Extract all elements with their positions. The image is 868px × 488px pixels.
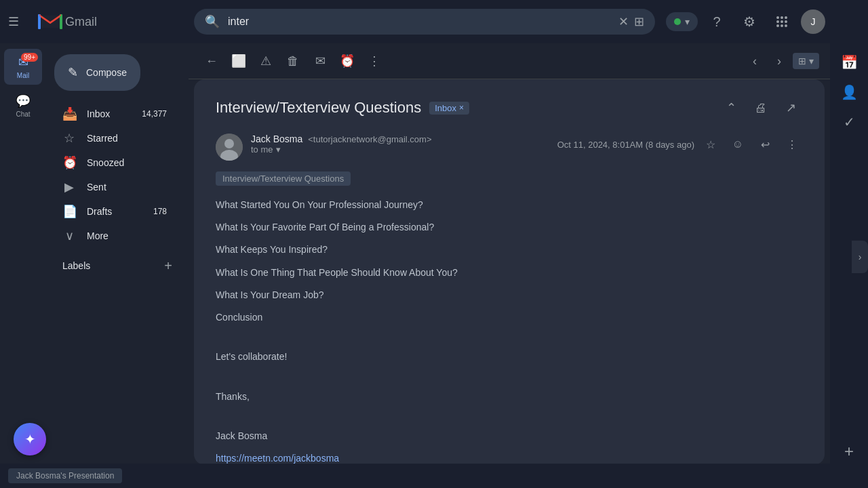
compose-button[interactable]: ✎ Compose xyxy=(54,54,140,91)
labels-section: Labels + xyxy=(46,248,189,278)
spam-icon: ⚠ xyxy=(260,54,271,68)
right-sidebar-contacts-button[interactable]: 👤 xyxy=(835,79,863,106)
sidebar-item-chat[interactable]: 💬 Chat xyxy=(4,87,42,123)
mark-icon: ✉ xyxy=(315,54,326,68)
inbox-label: Inbox xyxy=(87,108,110,119)
sidebar-item-snoozed[interactable]: ⏰ Snoozed xyxy=(46,150,178,175)
settings-icon: ⚙ xyxy=(743,14,755,30)
starred-icon: ☆ xyxy=(62,131,76,146)
spam-button[interactable]: ⚠ xyxy=(254,49,278,73)
delete-icon: 🗑 xyxy=(287,54,299,68)
email-view: Interview/Texterview Questions Inbox × ⌃… xyxy=(194,79,825,465)
open-in-new-button[interactable]: ↗ xyxy=(778,96,803,120)
body-line-2: What Is Your Favorite Part Of Being a Pr… xyxy=(216,219,803,236)
gmail-logo-icon xyxy=(38,12,62,31)
inbox-count: 14,377 xyxy=(142,109,167,119)
right-sidebar-calendar-button[interactable]: 📅 xyxy=(835,49,863,76)
star-message-button[interactable]: ☆ xyxy=(700,134,722,155)
right-sidebar-add-button[interactable]: + xyxy=(835,438,863,465)
collapse-button[interactable]: ⌃ xyxy=(719,96,743,120)
snooze-icon: ⏰ xyxy=(340,54,355,68)
body-link1[interactable]: https://meetn.com/jackbosma xyxy=(216,453,339,464)
svg-point-12 xyxy=(224,139,234,148)
to-chevron-icon: ▾ xyxy=(276,144,281,155)
snooze-button[interactable]: ⏰ xyxy=(335,49,359,73)
svg-point-10 xyxy=(785,24,787,27)
taskbar-presentation-item[interactable]: Jack Bosma's Presentation xyxy=(8,468,122,483)
menu-button[interactable]: ☰ xyxy=(0,8,27,35)
main-content: ← ⬜ ⚠ 🗑 ✉ ⏰ ⋮ ‹ xyxy=(189,43,830,470)
svg-rect-1 xyxy=(60,14,62,29)
delete-button[interactable]: 🗑 xyxy=(281,49,305,73)
email-subject-line: Interview/Texterview Questions Inbox × ⌃… xyxy=(216,96,803,120)
emoji-icon: ☺ xyxy=(732,138,743,150)
svg-point-9 xyxy=(781,24,783,27)
more-chevron-icon: ∨ xyxy=(62,228,76,243)
svg-point-8 xyxy=(776,24,779,27)
search-filter-button[interactable]: ⊞ xyxy=(634,14,644,29)
view-chevron-icon: ▾ xyxy=(809,56,814,66)
status-dot xyxy=(674,18,681,25)
chat-icon: 💬 xyxy=(15,93,31,109)
sender-to[interactable]: to me ▾ xyxy=(251,144,549,155)
ai-button[interactable]: ✦ xyxy=(14,423,46,455)
ai-icon: ✦ xyxy=(24,431,36,447)
mail-label: Mail xyxy=(17,72,29,79)
view-toggle-button[interactable]: ⊞ ▾ xyxy=(793,53,819,69)
sidebar-item-mail[interactable]: ✉ Mail 99+ xyxy=(4,49,42,85)
sidebar-item-inbox[interactable]: 📥 Inbox 14,377 xyxy=(46,102,178,126)
search-bar: 🔍 ✕ ⊞ xyxy=(194,9,655,35)
sidebar-item-drafts[interactable]: 📄 Drafts 178 xyxy=(46,199,178,224)
taskbar: Jack Bosma's Presentation xyxy=(0,464,868,488)
add-icon: + xyxy=(844,442,854,461)
next-email-button[interactable]: › xyxy=(768,50,790,72)
search-input[interactable] xyxy=(228,16,618,28)
sender-name: Jack Bosma xyxy=(251,134,302,144)
print-icon: 🖨 xyxy=(755,101,767,115)
archive-icon: ⬜ xyxy=(231,54,246,68)
apps-icon xyxy=(775,15,789,28)
body-line-3: What Keeps You Inspired? xyxy=(216,241,803,258)
prev-email-button[interactable]: ‹ xyxy=(744,50,766,72)
drafts-icon: 📄 xyxy=(62,204,76,219)
labels-title: Labels xyxy=(62,260,90,271)
mark-unread-button[interactable]: ✉ xyxy=(308,49,332,73)
settings-button[interactable]: ⚙ xyxy=(736,8,763,35)
sender-avatar-image xyxy=(216,134,243,161)
svg-point-5 xyxy=(776,20,779,23)
back-button[interactable]: ← xyxy=(199,49,224,73)
right-sidebar: 📅 👤 ✓ + › xyxy=(830,43,868,470)
search-icon[interactable]: 🔍 xyxy=(205,14,220,29)
svg-point-3 xyxy=(781,16,783,19)
archive-button[interactable]: ⬜ xyxy=(226,49,251,73)
email-body: What Started You On Your Professional Jo… xyxy=(216,197,803,465)
sidebar-item-sent[interactable]: ▶ Sent xyxy=(46,175,178,199)
sidebar-item-more[interactable]: ∨ More xyxy=(46,224,178,248)
google-apps-button[interactable] xyxy=(768,8,795,35)
reply-button[interactable]: ↩ xyxy=(754,134,776,155)
inbox-tag-label: Inbox xyxy=(435,103,456,113)
right-sidebar-tasks-button[interactable]: ✓ xyxy=(835,108,863,136)
print-button[interactable]: 🖨 xyxy=(749,96,773,120)
inbox-tag-close-button[interactable]: × xyxy=(459,103,464,113)
page-nav: ‹ › xyxy=(744,50,790,72)
mail-badge: 99+ xyxy=(21,53,38,62)
to-label: to me xyxy=(251,144,273,155)
account-avatar[interactable]: J xyxy=(801,9,825,34)
email-toolbar: ← ⬜ ⚠ 🗑 ✉ ⏰ ⋮ ‹ xyxy=(189,43,830,79)
emoji-reaction-button[interactable]: ☺ xyxy=(727,134,749,155)
toolbar-more-button[interactable]: ⋮ xyxy=(362,49,387,73)
labels-add-button[interactable]: + xyxy=(164,259,172,272)
message-more-button[interactable]: ⋮ xyxy=(781,134,803,155)
svg-rect-0 xyxy=(38,14,41,29)
sidebar-item-starred[interactable]: ☆ Starred xyxy=(46,126,178,150)
help-button[interactable]: ? xyxy=(703,8,730,35)
clear-search-button[interactable]: ✕ xyxy=(618,14,629,29)
right-sidebar-expand-button[interactable]: › xyxy=(852,241,868,273)
contacts-icon: 👤 xyxy=(841,84,858,100)
starred-label: Starred xyxy=(87,133,118,144)
status-indicator[interactable]: ▾ xyxy=(666,12,698,31)
sender-avatar xyxy=(216,134,243,161)
inbox-icon: 📥 xyxy=(62,106,76,121)
body-thanks: Thanks, xyxy=(216,388,803,405)
